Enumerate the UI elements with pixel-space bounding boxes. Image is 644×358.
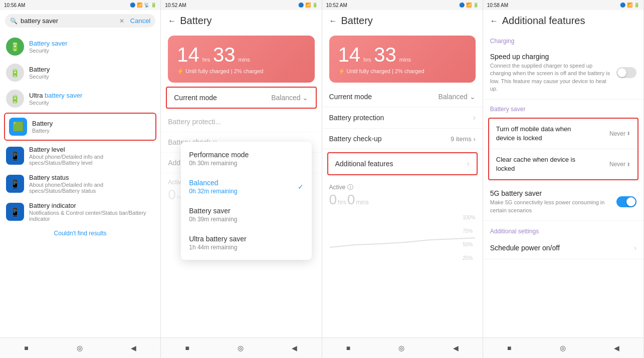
list-item[interactable]: 🔋 Battery saver Security [0,34,160,60]
status-bar-2: 10:52 AM 🔵 📶 🔋 [161,0,321,10]
speed-charging-row[interactable]: Speed up charging Connect the supplied c… [483,47,643,100]
back-arrow-2[interactable]: ← [168,17,176,26]
search-clear-icon[interactable]: ✕ [119,18,124,25]
result-title: Battery level [29,146,154,153]
speed-charging-toggle[interactable] [616,67,636,78]
status-bar-1: 10:56 AM 🔵 📶 📡 🔋 [0,0,160,10]
list-item[interactable]: 📱 Battery status About phone/Detailed in… [0,170,160,198]
nav-circle-4[interactable]: ◎ [554,342,572,354]
back-arrow-3[interactable]: ← [329,17,337,26]
speed-charging-text: Speed up charging Connect the supplied c… [490,53,611,93]
battery-icon-1: 🔋 [151,3,156,8]
schedule-power-title: Schedule power on/off [490,244,560,252]
bluetooth-icon-2: 🔵 [298,3,304,8]
result-subtitle: Security [29,100,82,106]
nav-back-2[interactable]: ◀ [286,342,303,354]
list-item[interactable]: 📱 Battery level About phone/Detailed inf… [0,142,160,170]
active-hrs-3: 0 [329,192,337,208]
result-subtitle: Notifications & Control center/Status ba… [29,210,154,222]
checkup-value: 9 items › [451,135,476,143]
result-subtitle: About phone/Detailed info and specs/Stat… [29,182,154,194]
nav-bar-1: ■ ◎ ◀ [0,337,160,358]
nav-circle-1[interactable]: ◎ [71,342,89,354]
nav-home-2[interactable]: ■ [179,342,195,354]
back-arrow-4[interactable]: ← [490,17,498,26]
active-time-3: 0 hrs 0 mins [329,192,476,208]
battery-checkup-row-3[interactable]: Battery check-up 9 items › [322,129,483,149]
battery-nums-3: 14 hrs 33 mins [338,44,467,66]
nav-circle-2[interactable]: ◎ [232,342,250,354]
5g-battery-saver-row[interactable]: 5G battery saver Make 5G connectivity le… [483,183,643,221]
list-item[interactable]: 🔋 Battery Security [0,60,160,86]
current-mode-row-3[interactable]: Current mode Balanced ⌄ [322,87,483,107]
active-hrs-unit-3: hrs [338,199,346,206]
status-time-2: 10:52 AM [165,3,186,8]
chevron-right-schedule: › [634,244,636,252]
battery-mins-label-3: mins [399,57,411,63]
battery-mins-label-2: mins [239,57,250,63]
battery-protection-label-2: Battery protecti... [168,118,221,126]
result-title: Battery indicator [29,202,154,209]
battery-protection-row-2[interactable]: Battery protecti... [161,112,321,132]
dropdown-item-text: Battery saver 0h 39m remaining [189,207,237,223]
status-icons-2: 🔵 📶 🔋 [298,3,318,8]
nav-back-3[interactable]: ◀ [447,342,465,354]
chart-labels: 100% 75% 50% 25% [463,215,476,261]
5g-battery-toggle[interactable] [616,196,636,207]
dropdown-item-balanced[interactable]: Balanced 0h 32m remaining ✓ [181,173,311,201]
dropdown-item-ultra[interactable]: Ultra battery saver 1h 44m remaining [181,229,311,257]
mode-dropdown: Performance mode 0h 30m remaining Balanc… [181,142,311,260]
dropdown-item-text: Performance mode 0h 30m remaining [189,151,249,167]
nav-bar-2: ■ ◎ ◀ [161,337,321,358]
battery-protection-row-3[interactable]: Battery protection › [322,107,483,129]
panel-header-3: ← Battery [322,10,483,32]
cancel-button[interactable]: Cancel [130,17,150,25]
list-item[interactable]: 📱 Battery indicator Notifications & Cont… [0,198,160,226]
result-subtitle: Battery [32,128,53,134]
status-time-1: 10:56 AM [4,3,25,8]
panel-header-4: ← Additional features [483,10,643,32]
no-results-label: Couldn't find results [0,226,160,241]
panel-title-2: Battery [180,15,211,27]
dropdown-item-saver[interactable]: Battery saver 0h 39m remaining [181,201,311,229]
battery-hrs-label-3: hrs [363,57,371,63]
nav-circle-3[interactable]: ◎ [392,342,410,354]
status-icons-4: 🔵 📶 🔋 [620,3,639,8]
result-text: Battery level About phone/Detailed info … [29,146,154,166]
panel-header-2: ← Battery [161,10,321,32]
chevron-right-additional: › [467,159,469,168]
battery-card-2: 14 hrs 33 mins ⚡ Until fully charged | 2… [168,36,314,83]
dropdown-sub-ultra: 1h 44m remaining [189,244,246,251]
search-bar[interactable]: 🔍 battery saver ✕ Cancel [5,14,155,28]
nav-bar-4: ■ ◎ ◀ [483,337,643,358]
bluetooth-icon: 🔵 [130,3,135,8]
nav-home-1[interactable]: ■ [18,342,34,354]
nav-home-3[interactable]: ■ [340,342,356,354]
battery-icon-3: 🔋 [473,3,479,8]
turn-off-data-row[interactable]: Turn off mobile data when device is lock… [489,119,637,149]
dropdown-item-performance[interactable]: Performance mode 0h 30m remaining [181,145,311,173]
chevron-updown-2: ⬍ [626,162,630,167]
dropdown-item-text: Balanced 0h 32m remaining [189,179,297,195]
current-mode-row-2[interactable]: Current mode Balanced ⌄ [166,87,316,109]
list-item[interactable]: 🔋 Ultra battery saver Security [0,86,160,112]
dropdown-row-performance: Performance mode 0h 30m remaining [189,151,303,167]
schedule-power-row[interactable]: Schedule power on/off › [483,237,643,259]
clear-cache-row[interactable]: Clear cache when device is locked Never … [489,149,637,179]
result-text: Battery status About phone/Detailed info… [29,174,154,194]
turn-off-data-title: Turn off mobile data when device is lock… [496,125,586,143]
battery-mins-3: 33 [374,44,396,66]
nav-back-1[interactable]: ◀ [125,342,142,354]
result-title: Battery saver [29,40,68,47]
result-icon-battery-indicator: 📱 [6,203,24,221]
result-title: Battery [29,66,50,73]
additional-features-row-3[interactable]: Additional features › [327,152,478,175]
nav-back-4[interactable]: ◀ [608,342,625,354]
list-item-battery-highlighted[interactable]: 🟩 Battery Battery [4,113,156,141]
search-input[interactable]: battery saver [21,17,119,25]
result-icon-ultra: 🔋 [6,90,24,108]
nav-home-4[interactable]: ■ [501,342,517,354]
search-results-list: 🔋 Battery saver Security 🔋 Battery Secur… [0,32,160,337]
battery-icon-2: 🔋 [312,3,318,8]
panel-content-3: 14 hrs 33 mins ⚡ Until fully charged | 2… [322,32,483,337]
